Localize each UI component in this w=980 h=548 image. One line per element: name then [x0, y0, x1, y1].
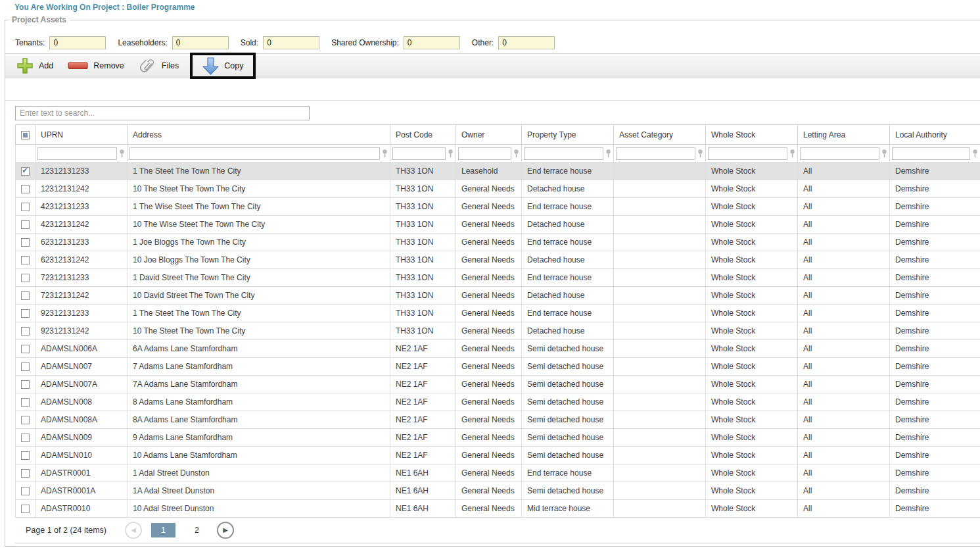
table-row[interactable]: ADAMSLN008A8A Adams Lane StamfordhamNE2 …: [16, 411, 980, 429]
row-select-cell[interactable]: [16, 447, 35, 464]
row-select-cell[interactable]: [16, 411, 35, 429]
row-checkbox[interactable]: [21, 505, 30, 513]
row-checkbox[interactable]: [21, 451, 30, 460]
row-checkbox[interactable]: [21, 256, 30, 264]
filter-pin-icon[interactable]: [789, 149, 795, 158]
remove-button[interactable]: Remove: [60, 54, 131, 78]
table-row[interactable]: ADASTR001010 Adal Street DunstonNE1 6AHG…: [16, 500, 980, 518]
shared-ownership-input[interactable]: [404, 36, 460, 49]
row-checkbox[interactable]: [21, 220, 30, 229]
row-select-cell[interactable]: [16, 429, 35, 447]
row-select-cell[interactable]: [16, 393, 35, 411]
search-input[interactable]: [15, 106, 310, 120]
column-header-authority[interactable]: Local Authority: [890, 125, 980, 145]
column-header-category[interactable]: Asset Category: [614, 125, 706, 145]
table-row[interactable]: 7231213124210 David Street The Town The …: [16, 287, 980, 305]
filter-input-address[interactable]: [129, 147, 380, 160]
row-checkbox[interactable]: [21, 380, 30, 389]
row-select-cell[interactable]: [16, 305, 35, 322]
row-checkbox[interactable]: [21, 291, 30, 300]
row-select-cell[interactable]: [16, 180, 35, 198]
row-checkbox[interactable]: [21, 345, 30, 353]
row-checkbox[interactable]: [21, 416, 30, 424]
filter-pin-icon[interactable]: [448, 149, 454, 158]
filter-input-type[interactable]: [524, 147, 603, 160]
row-checkbox[interactable]: [21, 469, 30, 478]
table-row[interactable]: 9231213124210 The Steet The Town The Cit…: [16, 322, 980, 340]
row-select-cell[interactable]: [16, 269, 35, 287]
prev-page-button[interactable]: ◀: [125, 522, 142, 539]
row-select-cell[interactable]: [16, 322, 35, 340]
filter-pin-icon[interactable]: [119, 149, 125, 158]
column-header-whole[interactable]: Whole Stock: [706, 125, 798, 145]
row-checkbox[interactable]: [21, 434, 30, 442]
table-row[interactable]: ADAMSLN0077 Adams Lane StamfordhamNE2 1A…: [16, 358, 980, 376]
row-select-cell[interactable]: [16, 340, 35, 358]
row-checkbox[interactable]: [21, 203, 30, 211]
page-button-1[interactable]: 1: [151, 523, 175, 537]
table-row[interactable]: 123121312331 The Steet The Town The City…: [16, 162, 980, 180]
filter-input-whole[interactable]: [708, 147, 787, 160]
filter-input-owner[interactable]: [458, 147, 511, 160]
row-select-cell[interactable]: [16, 482, 35, 500]
column-header-address[interactable]: Address: [128, 125, 390, 145]
leaseholders-input[interactable]: [172, 36, 229, 49]
select-all-header[interactable]: [16, 125, 35, 145]
row-checkbox[interactable]: [21, 362, 30, 371]
filter-pin-icon[interactable]: [382, 149, 388, 158]
column-header-postcode[interactable]: Post Code: [390, 125, 456, 145]
row-checkbox[interactable]: [21, 398, 30, 407]
filter-pin-icon[interactable]: [972, 149, 978, 158]
other-input[interactable]: [498, 36, 555, 49]
row-checkbox[interactable]: [21, 238, 30, 247]
table-row[interactable]: ADAMSLN0099 Adams Lane StamfordhamNE2 1A…: [16, 429, 980, 447]
column-header-letting[interactable]: Letting Area: [798, 125, 890, 145]
table-row[interactable]: ADASTR0001A1A Adal Street DunstonNE1 6AH…: [16, 482, 980, 500]
row-select-cell[interactable]: [16, 376, 35, 393]
tenants-input[interactable]: [49, 36, 106, 49]
column-header-type[interactable]: Property Type: [522, 125, 614, 145]
row-select-cell[interactable]: [16, 234, 35, 251]
filter-pin-icon[interactable]: [605, 149, 611, 158]
add-button[interactable]: Add: [9, 54, 60, 78]
table-row[interactable]: ADAMSLN007A7A Adams Lane StamfordhamNE2 …: [16, 376, 980, 393]
table-row[interactable]: ADAMSLN006A6A Adams Lane StamfordhamNE2 …: [16, 340, 980, 358]
row-select-cell[interactable]: [16, 500, 35, 518]
filter-pin-icon[interactable]: [697, 149, 703, 158]
row-checkbox[interactable]: [21, 327, 30, 336]
column-header-uprn[interactable]: UPRN: [35, 125, 128, 145]
filter-pin-icon[interactable]: [881, 149, 887, 158]
table-row[interactable]: 1231213124210 The Steet The Town The Cit…: [16, 180, 980, 198]
page-button-2[interactable]: 2: [185, 523, 209, 537]
filter-input-letting[interactable]: [800, 147, 879, 160]
row-select-cell[interactable]: [16, 464, 35, 482]
column-header-owner[interactable]: Owner: [456, 125, 522, 145]
row-checkbox[interactable]: [21, 309, 30, 318]
row-checkbox[interactable]: [21, 185, 30, 193]
filter-input-category[interactable]: [616, 147, 695, 160]
filter-pin-icon[interactable]: [513, 149, 519, 158]
row-checkbox[interactable]: [21, 274, 30, 282]
sold-input[interactable]: [263, 36, 319, 49]
row-checkbox[interactable]: [21, 167, 30, 176]
row-select-cell[interactable]: [16, 216, 35, 234]
table-row[interactable]: ADAMSLN0088 Adams Lane StamfordhamNE2 1A…: [16, 393, 980, 411]
table-row[interactable]: ADASTR00011 Adal Street DunstonNE1 6AHGe…: [16, 464, 980, 482]
files-button[interactable]: Files: [131, 54, 186, 78]
select-all-checkbox[interactable]: [21, 131, 30, 139]
table-row[interactable]: 923121312331 The Steet The Town The City…: [16, 305, 980, 322]
row-select-cell[interactable]: [16, 358, 35, 376]
table-row[interactable]: 623121312331 Joe Bloggs The Town The Cit…: [16, 234, 980, 251]
table-row[interactable]: 723121312331 David Street The Town The C…: [16, 269, 980, 287]
copy-button[interactable]: Copy: [195, 55, 250, 76]
filter-input-uprn[interactable]: [37, 147, 117, 160]
row-select-cell[interactable]: [16, 198, 35, 216]
table-row[interactable]: 4231213124210 The Wise Steet The Town Th…: [16, 216, 980, 234]
row-select-cell[interactable]: [16, 287, 35, 305]
row-checkbox[interactable]: [21, 487, 30, 495]
table-row[interactable]: 6231213124210 Joe Bloggs The Town The Ci…: [16, 251, 980, 269]
table-row[interactable]: 423121312331 The Wise Steet The Town The…: [16, 198, 980, 216]
filter-input-postcode[interactable]: [392, 147, 446, 160]
row-select-cell[interactable]: [16, 162, 35, 180]
next-page-button[interactable]: ▶: [217, 522, 234, 539]
